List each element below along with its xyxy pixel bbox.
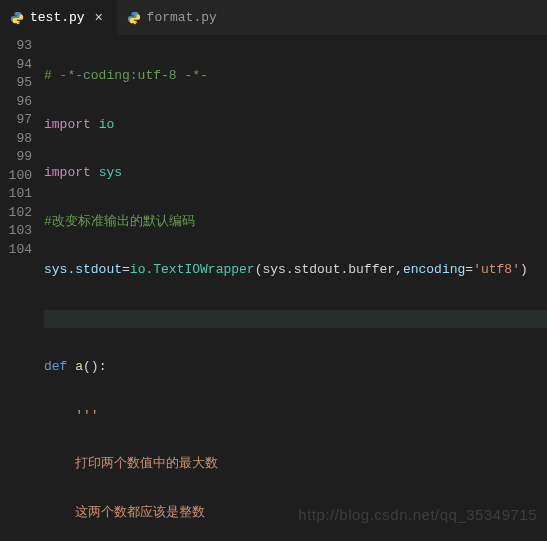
- code-content: # -*-coding:utf-8 -*- import io import s…: [44, 37, 547, 541]
- tab-label: test.py: [30, 10, 85, 25]
- tab-test-py[interactable]: test.py ×: [0, 0, 117, 35]
- tab-format-py[interactable]: format.py: [117, 0, 227, 35]
- watermark: http://blog.csdn.net/qq_35349715: [298, 506, 537, 523]
- python-icon: [127, 11, 141, 25]
- python-icon: [10, 11, 24, 25]
- code-editor[interactable]: 939495 969798 99100101 102103104 # -*-co…: [0, 35, 547, 541]
- close-icon[interactable]: ×: [91, 10, 107, 26]
- editor-tabs: test.py × format.py: [0, 0, 547, 35]
- line-numbers: 939495 969798 99100101 102103104: [0, 37, 44, 541]
- tab-label: format.py: [147, 10, 217, 25]
